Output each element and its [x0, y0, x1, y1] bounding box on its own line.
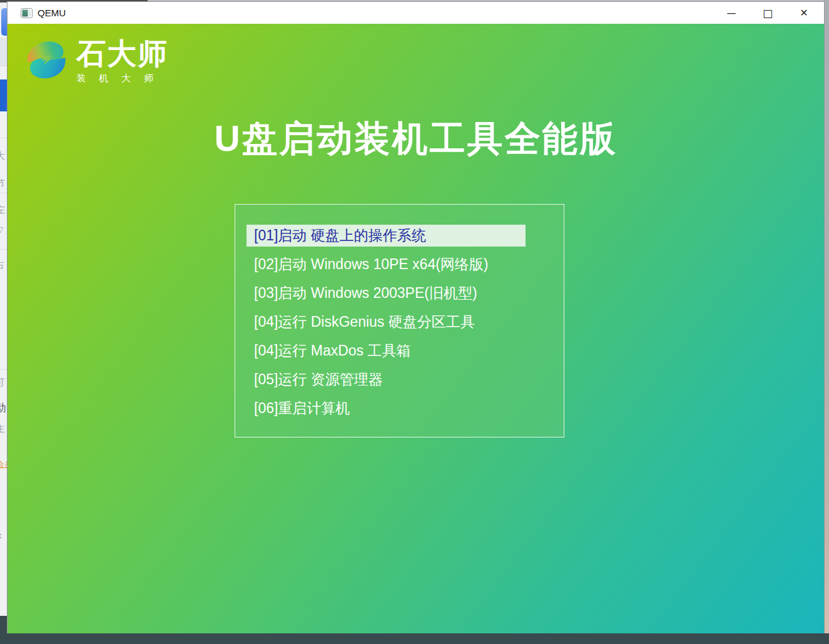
clipped-link-fragment: 会员	[0, 459, 8, 470]
background-window-edge: 大 节 左 ▽ 占 可 动 主 会员 c	[0, 0, 8, 644]
shidashi-logo: 石大师 装机大师	[24, 34, 168, 85]
boot-menu-item-07[interactable]: [06]重启计算机	[235, 397, 564, 419]
clipped-text-fragment: 占	[0, 259, 5, 271]
shidashi-logo-icon	[24, 34, 69, 85]
taskbar-edge	[0, 633, 829, 644]
clipped-text-fragment: c	[0, 531, 2, 540]
clipped-text-fragment: 动	[0, 401, 6, 415]
clipped-text-fragment: 主	[0, 423, 5, 435]
divider	[0, 66, 8, 66]
boot-menu-item-05[interactable]: [04]运行 MaxDos 工具箱	[235, 340, 564, 362]
background-window-band	[0, 38, 8, 66]
qemu-window: QEMU — □ ✕	[8, 2, 824, 633]
window-title: QEMU	[38, 8, 66, 18]
qemu-app-icon[interactable]	[21, 8, 33, 18]
divider	[0, 369, 8, 370]
boot-menu-item-03[interactable]: [03]启动 Windows 2003PE(旧机型)	[235, 282, 564, 304]
window-controls: — □ ✕	[713, 2, 822, 24]
divider	[0, 193, 8, 193]
monitor-icon	[21, 8, 33, 18]
clipped-blue-banner	[0, 79, 8, 111]
divider	[0, 249, 8, 250]
maximize-button[interactable]: □	[750, 2, 786, 24]
background-window-top-edge	[0, 0, 8, 3]
clipped-text-fragment: 大	[0, 150, 5, 162]
clipped-text-fragment: 可	[0, 377, 5, 389]
clipped-blue-button	[1, 8, 8, 36]
boot-menu: [01]启动 硬盘上的操作系统 [02]启动 Windows 10PE x64(…	[235, 204, 564, 437]
divider	[0, 138, 8, 138]
clipped-text-fragment: 节	[0, 178, 5, 190]
boot-menu-item-06[interactable]: [05]运行 资源管理器	[235, 369, 564, 391]
boot-menu-item-04[interactable]: [04]运行 DiskGenius 硬盘分区工具	[235, 311, 564, 333]
desktop-edge	[824, 0, 829, 633]
clipped-dropdown-arrow: ▽	[0, 225, 3, 234]
brand-name: 石大师	[76, 36, 168, 71]
qemu-titlebar: QEMU — □ ✕	[8, 2, 824, 24]
boot-menu-item-02[interactable]: [02]启动 Windows 10PE x64(网络版)	[235, 253, 564, 275]
desktop: { "host_window": { "title": "QEMU", "con…	[0, 0, 829, 644]
clipped-text-fragment: 左	[0, 204, 5, 216]
brand-text: 石大师 装机大师	[76, 36, 168, 84]
close-button[interactable]: ✕	[786, 2, 822, 24]
minimize-button[interactable]: —	[713, 2, 750, 24]
vm-display[interactable]: 石大师 装机大师 U盘启动装机工具全能版 [01]启动 硬盘上的操作系统 [02…	[8, 24, 824, 633]
boot-title: U盘启动装机工具全能版	[8, 115, 824, 163]
brand-subtitle: 装机大师	[76, 73, 168, 84]
boot-menu-item-01[interactable]: [01]启动 硬盘上的操作系统	[247, 225, 526, 247]
